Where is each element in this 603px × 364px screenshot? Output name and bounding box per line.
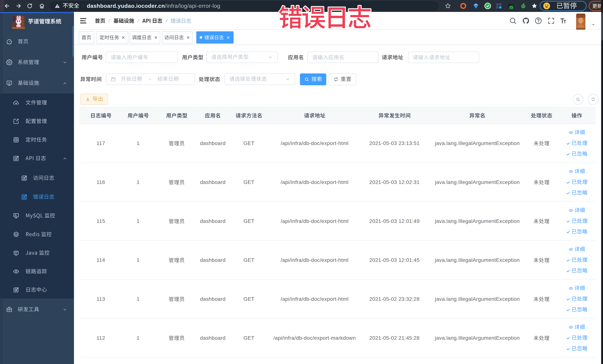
svg-text:on: on bbox=[510, 7, 512, 9]
